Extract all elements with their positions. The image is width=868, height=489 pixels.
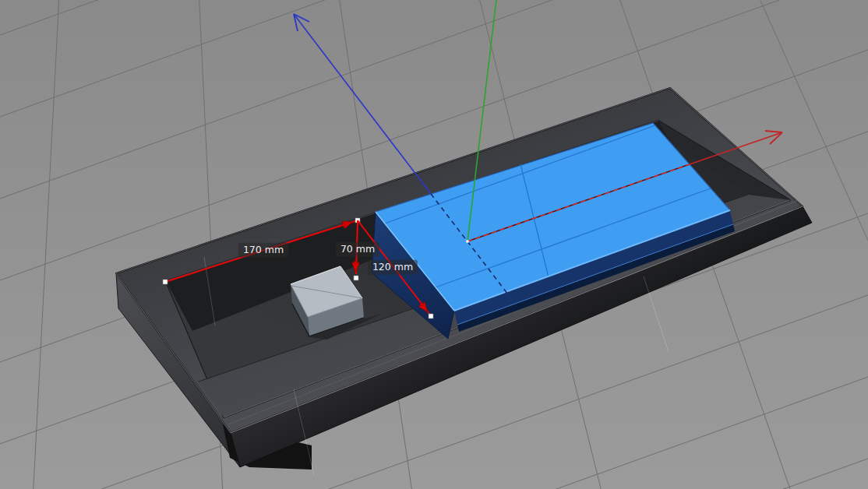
- scene-canvas[interactable]: [0, 0, 868, 489]
- world-origin-point: [466, 240, 469, 243]
- viewport-3d[interactable]: 170 mm 70 mm 120 mm: [0, 0, 868, 489]
